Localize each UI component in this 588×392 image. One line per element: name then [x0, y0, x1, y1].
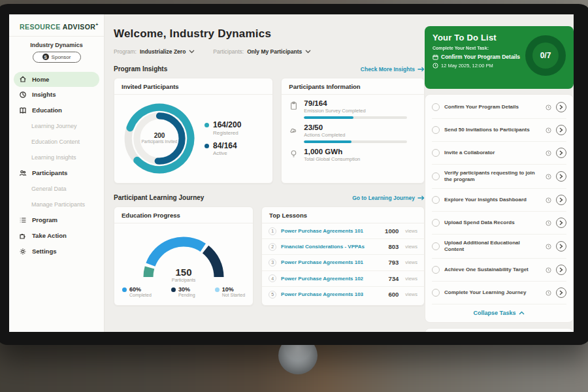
sidebar-item-participants[interactable]: Participants	[9, 165, 104, 181]
lesson-link[interactable]: Power Purchase Agreements 101	[281, 259, 384, 265]
collapse-tasks-link[interactable]: Collapse Tasks	[432, 304, 566, 321]
sidebar-item-settings[interactable]: Settings	[9, 244, 104, 259]
task-checkbox[interactable]	[432, 266, 440, 274]
sidebar-item-label: Home	[32, 76, 49, 83]
task-row-9[interactable]: Complete Your Learning Journey	[432, 282, 566, 304]
progress-fill	[304, 116, 353, 119]
views-suffix: views	[405, 244, 417, 250]
task-row-5[interactable]: Explore Your Insights Dashboard	[432, 189, 566, 212]
task-checkbox[interactable]	[432, 242, 440, 250]
actions-progress-bar	[304, 140, 407, 143]
task-row-2[interactable]: Send 50 Invitations to Participants	[432, 119, 566, 142]
task-open-button[interactable]	[556, 102, 566, 112]
collapse-label: Collapse Tasks	[474, 310, 516, 316]
task-clock-icon	[546, 124, 551, 136]
sidebar-item-manage-participants[interactable]: Manage Participants	[9, 197, 104, 212]
learning-journey-header: Participant Learning Journey Go to Learn…	[114, 194, 425, 201]
task-label: Invite a Collaborator	[444, 150, 541, 156]
dashboard-screen: RESOURCE ADVISOR+ Industry Dynamics S Sp…	[9, 14, 574, 332]
legend-dot	[171, 287, 176, 292]
task-checkbox[interactable]	[432, 289, 440, 297]
education-progress-card: Education Progress 150 Participants	[114, 206, 253, 306]
sidebar-item-learning-insights[interactable]: Learning Insights	[9, 150, 104, 165]
lesson-row-3[interactable]: 3 Power Purchase Agreements 101 793 view…	[262, 255, 424, 270]
task-checkbox[interactable]	[432, 196, 440, 204]
go-to-learning-journey-link[interactable]: Go to Learning Journey	[352, 195, 425, 201]
sidebar-item-label: Learning Insights	[31, 154, 76, 161]
lesson-link[interactable]: Power Purchase Agreements 103	[281, 291, 384, 297]
legend-label: Completed	[129, 293, 152, 297]
todo-next-task[interactable]: Confirm Your Program Details	[433, 54, 520, 60]
legend-completed: 60% Completed	[122, 286, 152, 297]
legend-label: Not Started	[222, 293, 245, 297]
check-more-insights-link[interactable]: Check More Insights	[361, 66, 425, 73]
task-open-button[interactable]	[556, 287, 566, 298]
insights-cards-row: Invited Participants	[114, 78, 425, 184]
lesson-row-5[interactable]: 5 Power Purchase Agreements 103 600 view…	[262, 287, 424, 302]
progress-fill	[304, 140, 351, 143]
monitor-bezel: RESOURCE ADVISOR+ Industry Dynamics S Sp…	[0, 4, 588, 345]
task-open-button[interactable]	[556, 171, 566, 182]
recent-news-card: Recent News	[425, 328, 574, 332]
card-title: Participants Information	[282, 78, 424, 95]
task-checkbox[interactable]	[432, 172, 440, 180]
filter-row: Program: Industrialize Zero Participants…	[114, 48, 425, 55]
app-logo: RESOURCE ADVISOR+	[9, 14, 104, 37]
task-checkbox[interactable]	[432, 126, 440, 134]
views-suffix: views	[405, 291, 417, 297]
task-open-button[interactable]	[556, 265, 566, 275]
lesson-rank: 5	[269, 291, 276, 299]
sponsor-label: Sponsor	[52, 54, 71, 60]
task-row-1[interactable]: Confirm Your Program Details	[432, 96, 566, 119]
task-row-8[interactable]: Achieve One Sustainability Target	[432, 259, 566, 282]
task-open-button[interactable]	[556, 148, 566, 158]
task-row-3[interactable]: Invite a Collaborator	[432, 142, 566, 165]
actions-icon	[289, 123, 299, 143]
donut-center-label: 200 Participants Invited	[121, 100, 198, 177]
info-row-survey: 79/164 Emission Survey Completed	[282, 95, 424, 119]
sidebar-item-general-data[interactable]: General Data	[9, 181, 104, 197]
participants-dropdown[interactable]: Participants: Only My Participants	[213, 48, 311, 55]
views-suffix: views	[405, 228, 417, 234]
task-checkbox[interactable]	[432, 103, 440, 111]
sidebar-item-insights[interactable]: Insights	[9, 87, 104, 103]
task-open-button[interactable]	[556, 218, 566, 228]
gauge-center-label: 150 Participants	[138, 267, 229, 282]
gear-icon	[19, 248, 27, 255]
task-open-button[interactable]	[556, 241, 566, 252]
task-row-4[interactable]: Verify participants requesting to join t…	[432, 165, 566, 189]
lesson-row-1[interactable]: 1 Power Purchase Agreements 101 1000 vie…	[262, 223, 424, 239]
task-label: Send 50 Invitations to Participants	[444, 127, 541, 133]
todo-progress-ring: 0/7	[525, 35, 566, 76]
legend-label: Registered	[213, 130, 241, 136]
task-row-7[interactable]: Upload Additional Educational Content	[432, 235, 566, 259]
sidebar-item-education[interactable]: Education	[9, 103, 104, 118]
lesson-row-4[interactable]: 4 Power Purchase Agreements 102 734 view…	[262, 271, 424, 287]
stat-label: Emission Survey Completed	[304, 108, 416, 114]
donut-center-value: 200	[154, 132, 165, 139]
lesson-rank: 4	[269, 274, 276, 282]
info-row-consumption: 1,000 GWh Total Global Consumption	[282, 143, 424, 162]
task-checkbox[interactable]	[432, 219, 440, 227]
todo-panel: Your To Do List Complete Your Next Task:…	[425, 14, 574, 332]
lesson-row-2[interactable]: 2 Financial Considerations - VPPAs 803 v…	[262, 239, 424, 255]
task-open-button[interactable]	[556, 195, 566, 205]
task-label: Verify participants requesting to join t…	[444, 170, 541, 183]
donut-center-text: Participants Invited	[141, 139, 178, 144]
sidebar-item-education-content[interactable]: Education Content	[9, 134, 104, 150]
lesson-link[interactable]: Power Purchase Agreements 102	[281, 276, 384, 282]
sidebar-item-learning-journey[interactable]: Learning Journey	[9, 118, 104, 134]
task-row-6[interactable]: Upload Spend Data Records	[432, 212, 566, 235]
card-title: Education Progress	[114, 207, 253, 223]
task-open-button[interactable]	[556, 125, 566, 135]
task-checkbox[interactable]	[432, 149, 440, 157]
education-gauge-chart: 150 Participants	[138, 230, 229, 281]
lesson-link[interactable]: Financial Considerations - VPPAs	[281, 244, 384, 250]
program-dropdown[interactable]: Program: Industrialize Zero	[114, 48, 195, 55]
lesson-link[interactable]: Power Purchase Agreements 101	[281, 228, 380, 234]
sidebar-item-program[interactable]: Program	[9, 212, 104, 228]
sidebar-item-label: Manage Participants	[31, 201, 85, 208]
task-label: Explore Your Insights Dashboard	[444, 197, 541, 203]
sidebar-item-take-action[interactable]: Take Action	[9, 228, 104, 244]
sidebar-item-home[interactable]: Home	[14, 72, 99, 87]
